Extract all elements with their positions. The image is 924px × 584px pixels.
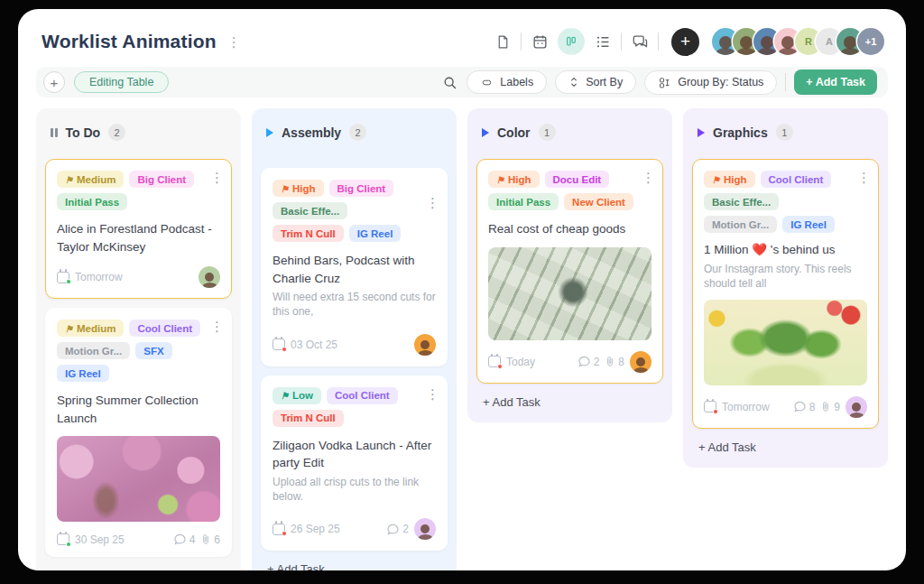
avatar-overflow-count[interactable]: +1	[857, 28, 884, 55]
column-header[interactable]: To Do 2	[36, 108, 241, 152]
task-card[interactable]: High Docu Edit Initial Pass New Client R…	[476, 159, 663, 384]
paperclip-icon	[200, 533, 211, 546]
assignee-avatar[interactable]	[199, 266, 220, 288]
column-add-task[interactable]: + Add Task	[467, 384, 556, 422]
label-chip[interactable]: Trim N Cull	[273, 225, 344, 242]
label-chip[interactable]: Initial Pass	[57, 193, 127, 210]
kanban-view-active-icon[interactable]	[558, 28, 585, 55]
app-window: Worklist Animation +	[18, 9, 906, 570]
card-footer: 30 Sep 25 4 6	[57, 533, 220, 546]
title-menu-icon[interactable]	[227, 35, 240, 49]
column-name: Graphics	[713, 125, 768, 140]
task-card[interactable]: High Cool Client Basic Effe... Motion Gr…	[692, 159, 879, 429]
label-chip[interactable]: Big Client	[329, 180, 394, 197]
flag-icon	[712, 174, 720, 185]
group-by-button[interactable]: Group By: Status	[644, 70, 777, 95]
label-chip[interactable]: Basic Effe...	[704, 193, 779, 210]
flag-icon	[281, 183, 289, 194]
column-add-task[interactable]: + Add Task	[36, 557, 125, 570]
flag-icon	[281, 390, 289, 401]
attachments-meta: 9	[820, 400, 840, 413]
card-menu-icon[interactable]	[210, 171, 223, 184]
column-count-badge: 1	[776, 124, 793, 141]
assignee-avatar[interactable]	[630, 351, 651, 373]
column-add-task[interactable]: + Add Task	[683, 429, 772, 468]
label-chip[interactable]: IG Reel	[782, 216, 835, 233]
divider	[785, 73, 786, 91]
pause-icon	[51, 128, 58, 137]
avatar-stack: R A +1	[712, 28, 884, 55]
label-chip[interactable]: Docu Edit	[545, 171, 610, 188]
calendar-icon	[57, 533, 69, 545]
calendar-icon	[488, 356, 501, 367]
column-name: Assembly	[282, 125, 341, 140]
column-name: To Do	[66, 125, 101, 140]
card-menu-icon[interactable]	[857, 171, 870, 184]
due-date: 03 Oct 25	[291, 338, 337, 351]
label-chip[interactable]: Cool Client	[327, 387, 398, 404]
attachments-meta: 6	[200, 533, 220, 546]
assignee-avatar[interactable]	[414, 334, 436, 356]
label-chip[interactable]: New Client	[564, 193, 633, 210]
tag-icon	[480, 77, 494, 88]
label-priority-high[interactable]: High	[273, 180, 324, 197]
card-menu-icon[interactable]	[426, 196, 439, 209]
add-view-button[interactable]: +	[43, 71, 65, 93]
task-card[interactable]: Medium Cool Client Motion Gr... SFX IG R…	[45, 308, 232, 557]
label-priority-high[interactable]: High	[488, 171, 540, 188]
calendar-view-icon[interactable]	[531, 32, 549, 51]
label-priority-high[interactable]: High	[704, 171, 755, 188]
document-icon[interactable]	[494, 32, 512, 51]
task-card[interactable]: Low Cool Client Trim N Cull Ziligaon Vod…	[261, 375, 448, 552]
labels-button[interactable]: Labels	[467, 70, 547, 94]
card-description: Upload all crisp cuts to the link below.	[273, 475, 436, 504]
label-priority-medium[interactable]: Medium	[57, 320, 124, 337]
column-name: Color	[497, 125, 531, 140]
column-add-task[interactable]: + Add Task	[252, 551, 340, 570]
card-menu-icon[interactable]	[426, 387, 439, 401]
column-header[interactable]: Graphics 1	[683, 108, 888, 152]
label-chip[interactable]: IG Reel	[349, 225, 402, 242]
card-footer: 26 Sep 25 2	[273, 518, 436, 540]
label-chip[interactable]: Trim N Cull	[273, 410, 344, 427]
add-task-button[interactable]: + Add Task	[794, 70, 877, 95]
assignee-avatar[interactable]	[845, 396, 867, 418]
card-menu-icon[interactable]	[210, 320, 223, 333]
label-row: High Big Client Basic Effe... Trim N Cul…	[273, 180, 436, 242]
label-chip[interactable]: Big Client	[129, 171, 194, 188]
label-chip[interactable]: Initial Pass	[488, 193, 559, 210]
assignee-avatar[interactable]	[414, 518, 436, 540]
label-priority-medium[interactable]: Medium	[57, 171, 124, 188]
label-chip[interactable]: Cool Client	[761, 171, 832, 188]
list-view-icon[interactable]	[594, 32, 612, 51]
card-title: 1 Million ❤️ 's behind us	[704, 241, 867, 259]
label-priority-low[interactable]: Low	[273, 387, 321, 404]
card-menu-icon[interactable]	[642, 171, 654, 184]
column-header[interactable]: Color 1	[467, 108, 672, 152]
card-image-celebration	[704, 300, 867, 385]
search-icon[interactable]	[440, 73, 458, 91]
card-image-money	[488, 247, 651, 340]
task-card[interactable]: Medium Big Client Initial Pass Alice in …	[45, 159, 232, 299]
label-row: Medium Big Client Initial Pass	[57, 171, 220, 210]
page-title: Worklist Animation	[42, 31, 217, 52]
label-chip[interactable]: Basic Effe...	[273, 202, 347, 219]
sort-arrows-icon	[568, 76, 579, 88]
label-chip[interactable]: Motion Gr...	[57, 342, 130, 359]
sort-by-button[interactable]: Sort By	[555, 70, 636, 94]
label-chip[interactable]: Cool Client	[129, 320, 200, 337]
play-icon	[266, 128, 273, 137]
task-card[interactable]: High Big Client Basic Effe... Trim N Cul…	[261, 168, 448, 366]
view-tab-editing-table[interactable]: Editing Table	[74, 71, 169, 93]
add-member-button[interactable]: +	[671, 28, 699, 56]
card-title: Real cost of cheap goods	[488, 220, 651, 238]
column-header[interactable]: Assembly 2	[252, 108, 457, 152]
label-chip[interactable]: Motion Gr...	[704, 216, 777, 233]
due-date: Today	[506, 356, 535, 368]
card-title: Ziligaon Vodka Launch - After party Edit	[273, 437, 436, 472]
label-chip[interactable]: SFX	[135, 342, 171, 359]
label-chip[interactable]: IG Reel	[57, 365, 109, 382]
chat-icon[interactable]	[631, 32, 649, 51]
due-date: 30 Sep 25	[75, 533, 125, 546]
card-description: Will need extra 15 second cuts for this …	[273, 290, 436, 319]
